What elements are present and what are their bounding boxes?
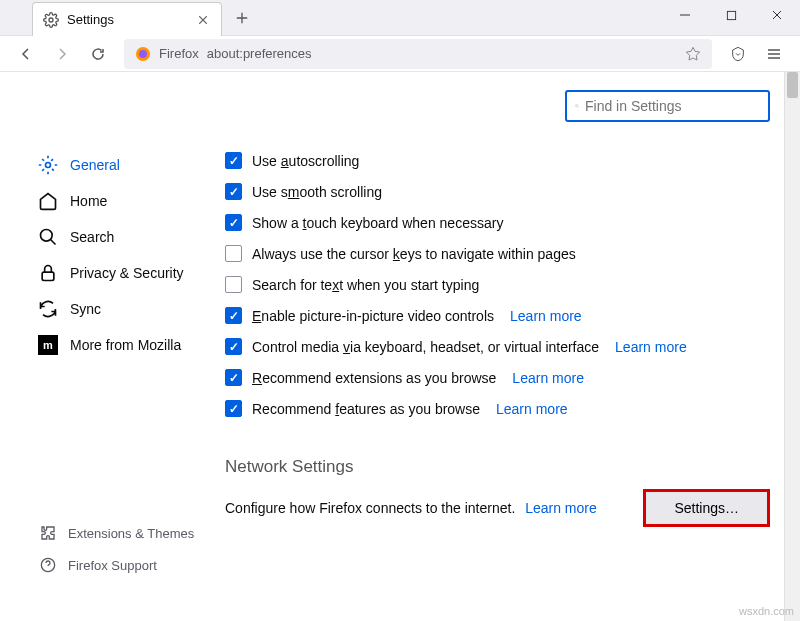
sidebar-item-sync[interactable]: Sync [0, 291, 205, 327]
settings-sidebar: General Home Search Privacy & Security S… [0, 72, 205, 621]
checkbox-label[interactable]: Use autoscrolling [252, 153, 359, 169]
sidebar-item-label: Home [70, 193, 107, 209]
pref-checkbox-row: ✓Recommend extensions as you browseLearn… [225, 369, 770, 386]
svg-text:m: m [43, 339, 53, 351]
forward-button[interactable] [46, 39, 78, 69]
gear-icon [43, 12, 59, 28]
checkbox-label[interactable]: Show a touch keyboard when necessary [252, 215, 503, 231]
checkbox-label[interactable]: Recommend extensions as you browse [252, 370, 496, 386]
network-settings-heading: Network Settings [225, 457, 770, 477]
addr-url: about:preferences [207, 46, 312, 61]
checkbox[interactable]: ✓ [225, 183, 242, 200]
lock-icon [38, 263, 58, 283]
close-tab-icon[interactable] [195, 12, 211, 28]
search-icon [38, 227, 58, 247]
checkbox-label[interactable]: Recommend features as you browse [252, 401, 480, 417]
pref-checkbox-row: ✓Enable picture-in-picture video control… [225, 307, 770, 324]
svg-rect-6 [42, 272, 54, 280]
checkbox-label[interactable]: Use smooth scrolling [252, 184, 382, 200]
maximize-button[interactable] [708, 0, 754, 30]
find-in-settings[interactable] [565, 90, 770, 122]
learn-more-link[interactable]: Learn more [615, 339, 687, 355]
pocket-button[interactable] [722, 39, 754, 69]
checkbox[interactable]: ✓ [225, 152, 242, 169]
svg-point-3 [139, 50, 147, 58]
network-learn-more-link[interactable]: Learn more [525, 500, 597, 516]
vertical-scrollbar[interactable] [784, 72, 800, 621]
reload-button[interactable] [82, 39, 114, 69]
network-settings-desc: Configure how Firefox connects to the in… [225, 500, 597, 516]
sidebar-item-label: General [70, 157, 120, 173]
checkbox[interactable] [225, 276, 242, 293]
checkbox[interactable]: ✓ [225, 307, 242, 324]
svg-point-10 [576, 105, 578, 107]
mozilla-icon: m [38, 335, 58, 355]
learn-more-link[interactable]: Learn more [512, 370, 584, 386]
pref-checkbox-row: ✓Use smooth scrolling [225, 183, 770, 200]
checkbox-label[interactable]: Always use the cursor keys to navigate w… [252, 246, 576, 262]
help-icon [38, 555, 58, 575]
svg-rect-1 [727, 11, 735, 19]
search-icon [575, 99, 579, 113]
checkbox[interactable] [225, 245, 242, 262]
svg-point-5 [41, 230, 53, 242]
browser-tab[interactable]: Settings [32, 2, 222, 36]
pref-checkbox-row: Search for text when you start typing [225, 276, 770, 293]
puzzle-icon [38, 523, 58, 543]
sidebar-item-privacy[interactable]: Privacy & Security [0, 255, 205, 291]
sidebar-footer-label: Firefox Support [68, 558, 157, 573]
sidebar-item-label: Search [70, 229, 114, 245]
minimize-button[interactable] [662, 0, 708, 30]
gear-icon [38, 155, 58, 175]
pref-checkbox-row: ✓Show a touch keyboard when necessary [225, 214, 770, 231]
learn-more-link[interactable]: Learn more [496, 401, 568, 417]
new-tab-button[interactable] [226, 2, 258, 34]
close-window-button[interactable] [754, 0, 800, 30]
sidebar-item-home[interactable]: Home [0, 183, 205, 219]
checkbox-label[interactable]: Search for text when you start typing [252, 277, 479, 293]
address-bar[interactable]: Firefox about:preferences [124, 39, 712, 69]
sidebar-item-search[interactable]: Search [0, 219, 205, 255]
sidebar-item-label: Privacy & Security [70, 265, 184, 281]
network-settings-button[interactable]: Settings… [643, 489, 770, 527]
firefox-icon [135, 46, 151, 62]
sidebar-footer-label: Extensions & Themes [68, 526, 194, 541]
bookmark-icon[interactable] [685, 46, 701, 62]
search-input[interactable] [585, 98, 760, 114]
sidebar-item-label: Sync [70, 301, 101, 317]
checkbox[interactable]: ✓ [225, 214, 242, 231]
checkbox[interactable]: ✓ [225, 400, 242, 417]
back-button[interactable] [10, 39, 42, 69]
tab-title: Settings [67, 12, 187, 27]
checkbox[interactable]: ✓ [225, 369, 242, 386]
pref-checkbox-row: ✓Use autoscrolling [225, 152, 770, 169]
home-icon [38, 191, 58, 211]
menu-button[interactable] [758, 39, 790, 69]
sidebar-item-label: More from Mozilla [70, 337, 181, 353]
sidebar-item-general[interactable]: General [0, 147, 205, 183]
sync-icon [38, 299, 58, 319]
watermark: wsxdn.com [739, 605, 794, 617]
svg-point-4 [46, 163, 51, 168]
checkbox-label[interactable]: Enable picture-in-picture video controls [252, 308, 494, 324]
addr-site-label: Firefox [159, 46, 199, 61]
svg-point-0 [49, 18, 53, 22]
sidebar-extensions[interactable]: Extensions & Themes [0, 517, 205, 549]
sidebar-item-mozilla[interactable]: m More from Mozilla [0, 327, 205, 363]
settings-main: ✓Use autoscrolling✓Use smooth scrolling✓… [205, 72, 800, 621]
pref-checkbox-row: ✓Recommend features as you browseLearn m… [225, 400, 770, 417]
pref-checkbox-row: Always use the cursor keys to navigate w… [225, 245, 770, 262]
pref-checkbox-row: ✓Control media via keyboard, headset, or… [225, 338, 770, 355]
learn-more-link[interactable]: Learn more [510, 308, 582, 324]
sidebar-support[interactable]: Firefox Support [0, 549, 205, 581]
checkbox[interactable]: ✓ [225, 338, 242, 355]
checkbox-label[interactable]: Control media via keyboard, headset, or … [252, 339, 599, 355]
